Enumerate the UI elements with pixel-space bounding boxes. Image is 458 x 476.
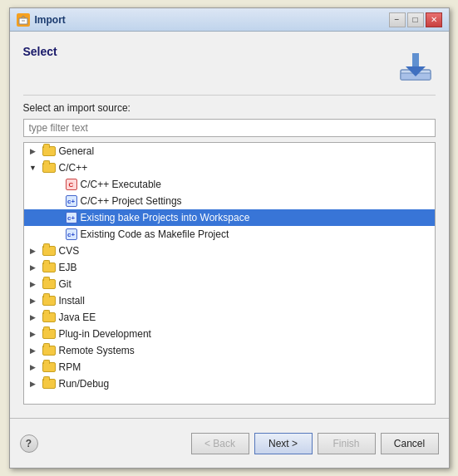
c-icon-project: c+ bbox=[66, 195, 77, 207]
tree-item-install[interactable]: ▶ Install bbox=[24, 292, 435, 309]
tree-item-git[interactable]: ▶ Git bbox=[24, 276, 435, 292]
expand-arrow-rundebug[interactable]: ▶ bbox=[27, 378, 39, 390]
tree-item-rundebug[interactable]: ▶ Run/Debug bbox=[24, 375, 435, 392]
tree-item-cpp[interactable]: ▼ C/C++ bbox=[24, 159, 435, 176]
item-label-cpp-exe: C/C++ Executable bbox=[81, 179, 161, 190]
separator bbox=[23, 95, 436, 96]
close-button[interactable]: ✕ bbox=[426, 12, 442, 27]
expand-arrow-cvs[interactable]: ▶ bbox=[27, 245, 39, 257]
item-label-cpp-bake: Existing bake Projects into Workspace bbox=[81, 212, 250, 223]
item-label-rpm: RPM bbox=[59, 361, 81, 373]
window-icon bbox=[17, 13, 30, 27]
expand-arrow-ejb[interactable]: ▶ bbox=[27, 262, 39, 273]
folder-icon-general bbox=[42, 146, 56, 156]
item-label-remote: Remote Systems bbox=[59, 345, 135, 356]
expand-arrow-git[interactable]: ▶ bbox=[27, 278, 39, 290]
tree-item-plugin[interactable]: ▶ Plug-in Development bbox=[24, 326, 435, 342]
tree-scroll[interactable]: ▶ General ▼ C/C++ C C/C++ Executable bbox=[24, 143, 435, 404]
item-label-cvs: CVS bbox=[59, 245, 80, 257]
top-row: Select bbox=[23, 45, 436, 85]
import-dialog: Import − □ ✕ Select Select an import bbox=[9, 7, 450, 469]
tree-item-general[interactable]: ▶ General bbox=[24, 143, 435, 159]
expand-arrow-plugin[interactable]: ▶ bbox=[27, 328, 39, 340]
next-button[interactable]: Next > bbox=[254, 433, 313, 454]
item-label-cpp-makefile: Existing Code as Makefile Project bbox=[81, 228, 229, 240]
cancel-button[interactable]: Cancel bbox=[381, 433, 439, 454]
section-title: Select bbox=[23, 45, 57, 58]
c-icon-makefile: c+ bbox=[66, 228, 77, 240]
window-title: Import bbox=[35, 14, 389, 26]
folder-icon-cvs bbox=[42, 246, 56, 256]
expand-arrow-rpm[interactable]: ▶ bbox=[27, 361, 39, 373]
svg-rect-4 bbox=[412, 53, 419, 68]
expand-arrow-cpp[interactable]: ▼ bbox=[27, 162, 39, 174]
tree-item-cpp-bake[interactable]: c+ Existing bake Projects into Workspace bbox=[24, 209, 435, 226]
folder-icon-remote bbox=[42, 346, 56, 356]
import-source-label: Select an import source: bbox=[23, 102, 436, 114]
tree-item-cpp-makefile[interactable]: c+ Existing Code as Makefile Project bbox=[24, 226, 435, 243]
title-bar: Import − □ ✕ bbox=[10, 8, 449, 32]
bottom-left: ? bbox=[20, 434, 38, 453]
item-label-plugin: Plug-in Development bbox=[59, 328, 151, 340]
restore-button[interactable]: □ bbox=[407, 12, 424, 27]
finish-button[interactable]: Finish bbox=[318, 433, 376, 454]
bottom-buttons: < Back Next > Finish Cancel bbox=[191, 433, 439, 454]
content-area: Select Select an import source: ▶ bbox=[10, 32, 449, 418]
item-label-javaee: Java EE bbox=[59, 312, 96, 323]
import-icon bbox=[396, 45, 436, 85]
tree-item-javaee[interactable]: ▶ Java EE bbox=[24, 309, 435, 326]
folder-icon-rundebug bbox=[42, 379, 56, 389]
c-icon-exe: C bbox=[66, 179, 77, 190]
filter-input[interactable] bbox=[23, 119, 436, 137]
expand-arrow-remote[interactable]: ▶ bbox=[27, 345, 39, 356]
help-button[interactable]: ? bbox=[20, 434, 38, 453]
item-label-ejb: EJB bbox=[59, 262, 77, 273]
c-icon-bake: c+ bbox=[66, 212, 77, 223]
folder-icon-ejb bbox=[42, 263, 56, 272]
folder-icon-cpp bbox=[42, 163, 56, 173]
folder-icon-rpm bbox=[42, 362, 56, 372]
tree-item-ejb[interactable]: ▶ EJB bbox=[24, 259, 435, 276]
tree-item-rpm[interactable]: ▶ RPM bbox=[24, 359, 435, 375]
back-button[interactable]: < Back bbox=[191, 433, 249, 454]
tree-item-cvs[interactable]: ▶ CVS bbox=[24, 243, 435, 259]
item-label-git: Git bbox=[59, 278, 71, 290]
item-label-install: Install bbox=[59, 295, 85, 307]
tree-container: ▶ General ▼ C/C++ C C/C++ Executable bbox=[23, 142, 436, 405]
item-label-general: General bbox=[59, 145, 95, 157]
folder-icon-git bbox=[42, 279, 56, 289]
item-label-cpp: C/C++ bbox=[59, 162, 88, 174]
expand-arrow-install[interactable]: ▶ bbox=[27, 295, 39, 307]
folder-icon-javaee bbox=[42, 312, 56, 322]
tree-item-cpp-exe[interactable]: C C/C++ Executable bbox=[24, 176, 435, 193]
item-label-rundebug: Run/Debug bbox=[59, 378, 110, 390]
expand-arrow-general[interactable]: ▶ bbox=[27, 145, 39, 157]
expand-arrow-javaee[interactable]: ▶ bbox=[27, 312, 39, 323]
folder-icon-install bbox=[42, 296, 56, 306]
tree-item-remote[interactable]: ▶ Remote Systems bbox=[24, 342, 435, 359]
bottom-bar: ? < Back Next > Finish Cancel bbox=[10, 418, 449, 468]
item-label-cpp-project: C/C++ Project Settings bbox=[81, 195, 182, 207]
folder-icon-plugin bbox=[42, 329, 56, 339]
tree-item-cpp-project[interactable]: c+ C/C++ Project Settings bbox=[24, 193, 435, 209]
minimize-button[interactable]: − bbox=[389, 12, 406, 27]
window-controls: − □ ✕ bbox=[389, 12, 442, 27]
